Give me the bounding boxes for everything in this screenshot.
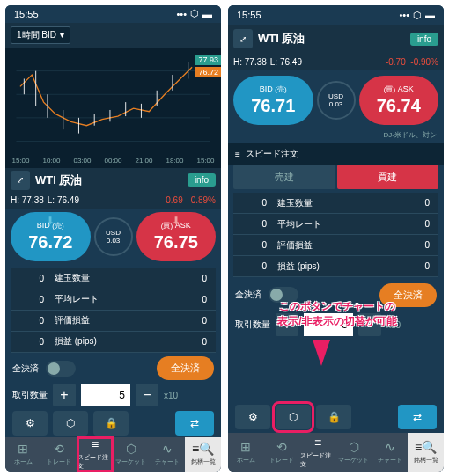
expand-icon[interactable]: ⤢ [11, 171, 30, 190]
tab-sell[interactable]: 売建 [233, 165, 335, 189]
nav-chart[interactable]: ∿チャート [149, 437, 185, 472]
list-icon: ≡🔍 [415, 440, 437, 454]
table-row: 0平均レート0 [11, 289, 216, 311]
settle-toggle[interactable] [46, 361, 76, 377]
topbar: 1時間 BID▾ [5, 23, 221, 48]
chart-toggle-button[interactable]: ⬡ [276, 405, 311, 429]
market-icon: ⬡ [349, 440, 359, 454]
qty-plus-button[interactable]: + [53, 384, 76, 406]
lock-button[interactable]: 🔒 [93, 411, 129, 436]
qty-minus-button[interactable]: − [358, 313, 381, 336]
phone-right: 15:55 •••⬡▬ ⤢ WTI 原油 info H: 77.38 L: 76… [228, 5, 444, 472]
chevron-down-icon: ▾ [60, 30, 64, 40]
signal-icon: ••• [399, 10, 409, 20]
qty-minus-button[interactable]: − [136, 384, 158, 406]
gear-icon: ⚙ [248, 411, 258, 423]
qty-row: 取引数量 + − x10 [228, 309, 444, 341]
phone-left: 15:55 •••⬡▬ 1時間 BID▾ 77.93 76.72 15:0010… [5, 5, 221, 472]
chart-nav-icon: ∿ [385, 440, 395, 454]
wifi-icon: ⬡ [413, 10, 422, 21]
nav-speed[interactable]: ≡スピード注文 [77, 437, 114, 472]
ask-button[interactable]: (買) ASK 76.74 [359, 76, 439, 125]
lock-icon: 🔒 [328, 411, 341, 423]
list-icon: ≡🔍 [192, 442, 214, 456]
ohlc-row: H: 77.38 L: 76.49 -0.70 -0.90% [228, 53, 444, 70]
settle-all-button[interactable]: 全決済 [157, 356, 214, 380]
qty-label: 取引数量 [235, 319, 270, 331]
lock-icon: 🔒 [105, 417, 118, 429]
toolbar: ⚙ ⬡ 🔒 ⇄ [5, 409, 221, 437]
nav-list[interactable]: ≡🔍銘柄一覧 [185, 437, 221, 472]
bidask-panel: BID (売) 76.71 USD0.03 (買) ASK 76.74 [228, 70, 444, 130]
trade-icon: ⟲ [276, 440, 287, 454]
bottom-nav: ⊞ホーム ⟲トレード ≡スピード注文 ⬡マーケット ∿チャート ≡🔍銘柄一覧 [228, 433, 444, 472]
settle-toggle[interactable] [269, 287, 298, 303]
price-tag-current: 76.72 [195, 67, 221, 77]
nav-home[interactable]: ⊞ホーム [5, 437, 41, 472]
symbol-bar: ⤢ WTI 原油 info [5, 168, 221, 193]
news-ticker: DJ-米ドル、対シ [228, 130, 444, 143]
timeframe-select[interactable]: 1時間 BID▾ [11, 26, 70, 44]
bid-button[interactable]: BID (売) 76.71 [233, 76, 313, 125]
nav-market[interactable]: ⬡マーケット [113, 437, 149, 472]
nav-list[interactable]: ≡🔍銘柄一覧 [408, 433, 444, 472]
ask-button[interactable]: ⬇ (買) ASK 76.75 [136, 212, 217, 261]
table-row: 0評価損益0 [11, 311, 216, 332]
swap-button[interactable]: ⇄ [398, 405, 437, 429]
swap-button[interactable]: ⇄ [175, 411, 214, 436]
bidask-panel: ⬇ BID (売) 76.72 USD0.03 ⬇ (買) ASK 76.75 [5, 209, 221, 265]
qty-plus-button[interactable]: + [276, 313, 298, 336]
qty-label: 取引数量 [12, 389, 48, 401]
nav-trade[interactable]: ⟲トレード [41, 437, 77, 472]
spread-display: USD0.03 [94, 217, 133, 256]
bid-button[interactable]: ⬇ BID (売) 76.72 [11, 212, 91, 261]
status-time: 15:55 [237, 10, 261, 20]
chart-area[interactable]: 77.93 76.72 [5, 48, 221, 157]
arrow-down-icon: ⬇ [46, 215, 55, 227]
expand-icon[interactable]: ⤢ [233, 29, 253, 48]
settle-row: 全決済 全決済 [228, 281, 444, 309]
symbol-title: WTI 原油 [258, 31, 405, 47]
table-row: 0建玉数量0 [233, 193, 438, 214]
qty-unit: x10 [164, 391, 178, 400]
wifi-icon: ⬡ [190, 8, 199, 19]
table-row: 0損益 (pips)0 [11, 332, 216, 353]
nav-home[interactable]: ⊞ホーム [228, 433, 264, 472]
market-icon: ⬡ [126, 442, 136, 456]
ohlc-row: H: 77.38 L: 76.49 -0.69 -0.89% [5, 193, 221, 209]
nav-chart[interactable]: ∿チャート [372, 433, 408, 472]
home-icon: ⊞ [18, 442, 28, 456]
toolbar: ⚙ ⬡ 🔒 ⇄ [228, 401, 444, 433]
trade-icon: ⟲ [54, 442, 64, 456]
battery-icon: ▬ [425, 10, 435, 20]
nav-trade[interactable]: ⟲トレード [264, 433, 300, 472]
info-button[interactable]: info [410, 33, 438, 46]
qty-input[interactable] [304, 313, 353, 336]
settings-button[interactable]: ⚙ [12, 411, 48, 436]
speed-header: ≡ スピード注文 [228, 143, 444, 165]
nav-speed[interactable]: ≡スピード注文 [300, 433, 336, 472]
settle-row: 全決済 全決済 [5, 356, 221, 381]
info-button[interactable]: info [188, 173, 216, 187]
tab-buy[interactable]: 買建 [337, 165, 439, 189]
speed-icon: ≡ [235, 150, 240, 159]
chart-toggle-button[interactable]: ⬡ [53, 411, 88, 436]
lock-button[interactable]: 🔒 [316, 405, 351, 429]
settings-button[interactable]: ⚙ [235, 405, 270, 429]
qty-input[interactable] [81, 384, 130, 406]
table-row: 0損益 (pips)0 [233, 256, 438, 277]
candlestick-chart [5, 48, 221, 157]
swap-icon: ⇄ [413, 411, 422, 423]
nav-market[interactable]: ⬡マーケット [335, 433, 372, 472]
battery-icon: ▬ [202, 9, 212, 19]
settle-all-label: 全決済 [12, 362, 39, 375]
price-tag-high: 77.93 [195, 55, 221, 65]
bottom-nav: ⊞ホーム ⟲トレード ≡スピード注文 ⬡マーケット ∿チャート ≡🔍銘柄一覧 [5, 437, 221, 472]
chart-xaxis: 15:0010:0003:0000:0021:0018:0015:00 [5, 157, 221, 167]
table-row: 0評価損益0 [233, 235, 438, 256]
home-icon: ⊞ [240, 440, 251, 454]
position-table: 0建玉数量0 0平均レート0 0評価損益0 0損益 (pips)0 [233, 193, 438, 277]
speed-icon: ≡ [314, 436, 321, 450]
annotation-arrow-icon [313, 340, 330, 366]
settle-all-button[interactable]: 全決済 [379, 283, 437, 307]
